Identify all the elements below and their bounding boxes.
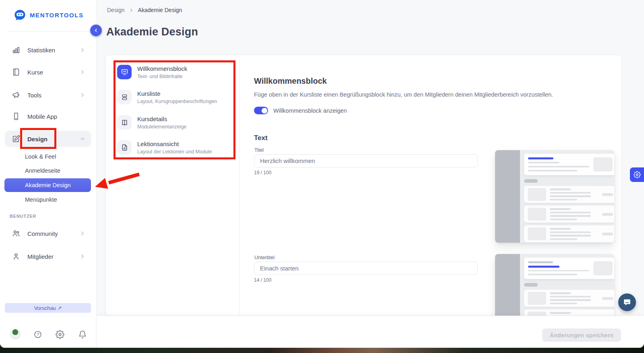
sidebar: MENTORTOOLS Statistiken Kurse — [0, 0, 97, 348]
list-rows-icon — [117, 90, 132, 104]
settings-nav-subtitle: Modulelementanzeige — [137, 124, 186, 130]
breadcrumb-current: Akademie Design — [138, 7, 182, 13]
chevron-left-icon — [93, 27, 99, 33]
settings-nav-subtitle: Text- und Bildinhalte — [137, 74, 187, 79]
book-icon — [12, 68, 21, 76]
titel-counter: 19 / 100 — [254, 170, 271, 175]
section-heading: Willkommensblock — [254, 76, 327, 86]
untertitel-label: Untertitel — [254, 255, 275, 260]
smartphone-icon — [12, 112, 21, 121]
theme-settings-tab[interactable] — [630, 167, 644, 182]
chevron-right-icon — [79, 253, 86, 260]
untertitel-counter: 14 / 100 — [254, 277, 271, 283]
design-settings-card: Willkommensblock Text- und Bildinhalte K… — [105, 55, 622, 316]
chevron-right-icon — [79, 47, 86, 53]
preview-sidebar-placeholder — [495, 150, 520, 243]
edit-icon — [12, 134, 21, 143]
settings-nav-title: Kursliste — [137, 90, 217, 97]
sidebar-section-benutzer: BENUTZER — [10, 214, 36, 219]
sidebar-footer: ? — [0, 329, 97, 341]
page-title: Akademie Design — [106, 26, 198, 38]
sidebar-item-label: Mitglieder — [27, 253, 54, 260]
mentortools-logo-icon — [14, 9, 26, 21]
svg-text:?: ? — [37, 332, 39, 337]
toggle-knob — [262, 108, 267, 114]
title-preview-thumbnail — [495, 150, 614, 243]
vorschau-button[interactable]: Vorschau ↗ — [5, 303, 91, 313]
sidebar-subitem-anmeldeseite[interactable]: Anmeldeseite — [0, 165, 91, 176]
sidebar-item-statistiken[interactable]: Statistiken — [5, 42, 91, 58]
chevron-down-icon — [79, 136, 86, 142]
sidebar-item-label: Mobile App — [27, 113, 57, 120]
sidebar-item-kurse[interactable]: Kurse — [5, 64, 91, 80]
settings-gear-icon[interactable] — [56, 330, 64, 339]
settings-nav-lektionsansicht[interactable]: Lektionsansicht Layout der Lektionen und… — [117, 140, 234, 155]
settings-nav-title: Lektionsansicht — [137, 140, 212, 147]
action-footer: Änderungen speichern — [97, 316, 644, 348]
sidebar-subitem-menuepunkte[interactable]: Menüpunkte — [0, 194, 91, 205]
logo[interactable]: MENTORTOOLS — [14, 9, 84, 21]
sidebar-item-tools[interactable]: Tools — [5, 87, 91, 103]
gear-icon — [634, 171, 641, 178]
section-description: Füge oben in der Kursliste einen Begrüßu… — [254, 91, 553, 98]
preview-sidebar-placeholder — [495, 254, 520, 316]
titel-label: Titel — [254, 147, 264, 153]
open-book-icon — [117, 115, 132, 130]
settings-nav-subtitle: Layout der Lektionen und Module — [137, 149, 212, 155]
users-icon — [12, 229, 21, 238]
file-text-icon — [117, 140, 132, 155]
settings-nav-kursliste[interactable]: Kursliste Layout, Kursgruppenbeschriftun… — [117, 90, 234, 104]
sidebar-item-label: Tools — [27, 92, 41, 99]
chat-launcher-button[interactable] — [618, 293, 636, 311]
bar-chart-icon — [12, 45, 21, 54]
app-window: MENTORTOOLS Statistiken Kurse — [0, 0, 644, 348]
settings-nav-willkommensblock[interactable]: Willkommensblock Text- und Bildinhalte — [117, 65, 234, 79]
settings-nav-title: Kursdetails — [137, 115, 186, 122]
sidebar-item-design[interactable]: Design — [5, 131, 91, 147]
avatar[interactable] — [10, 329, 21, 339]
sidebar-subitem-look-feel[interactable]: Look & Feel — [0, 151, 91, 162]
panel-divider — [239, 55, 240, 316]
sidebar-item-community[interactable]: Community — [5, 225, 91, 242]
save-changes-button[interactable]: Änderungen speichern — [542, 328, 621, 342]
sidebar-collapse-button[interactable] — [90, 25, 102, 36]
sidebar-item-mitglieder[interactable]: Mitglieder — [5, 248, 91, 264]
untertitel-input[interactable] — [254, 262, 478, 275]
text-section-heading: Text — [254, 134, 268, 142]
sidebar-subitem-akademie-design[interactable]: Akademie Design — [4, 178, 91, 192]
titel-input[interactable] — [254, 154, 478, 167]
chat-bubble-icon — [623, 298, 632, 307]
main-area: Design Akademie Design Akademie Design W… — [97, 0, 644, 348]
chevron-right-icon — [79, 92, 86, 98]
sidebar-item-label: Statistiken — [27, 47, 55, 54]
sidebar-item-label: Kurse — [27, 69, 43, 76]
chevron-right-icon — [79, 69, 86, 75]
chevron-right-icon — [79, 230, 86, 237]
willkommensblock-toggle[interactable] — [254, 107, 268, 114]
megaphone-icon — [12, 91, 21, 99]
settings-nav-kursdetails[interactable]: Kursdetails Modulelementanzeige — [117, 115, 234, 130]
breadcrumb-chevron-icon — [129, 8, 134, 13]
user-icon — [12, 252, 21, 261]
settings-nav-subtitle: Layout, Kursgruppenbeschriftungen — [137, 99, 217, 104]
bell-icon[interactable] — [78, 330, 87, 339]
subtitle-preview-thumbnail — [495, 254, 614, 316]
help-icon[interactable]: ? — [33, 330, 42, 339]
sidebar-item-label: Community — [27, 230, 58, 237]
sidebar-divider — [7, 31, 96, 31]
breadcrumb-parent[interactable]: Design — [107, 7, 125, 13]
welcome-block-icon — [117, 65, 132, 79]
breadcrumb: Design Akademie Design — [107, 7, 182, 13]
settings-nav-title: Willkommensblock — [137, 65, 187, 72]
logo-text: MENTORTOOLS — [30, 12, 84, 19]
sidebar-item-mobile-app[interactable]: Mobile App — [5, 108, 91, 124]
sidebar-item-label: Design — [27, 136, 47, 142]
toggle-label: Willkommensblock anzeigen — [273, 107, 347, 114]
